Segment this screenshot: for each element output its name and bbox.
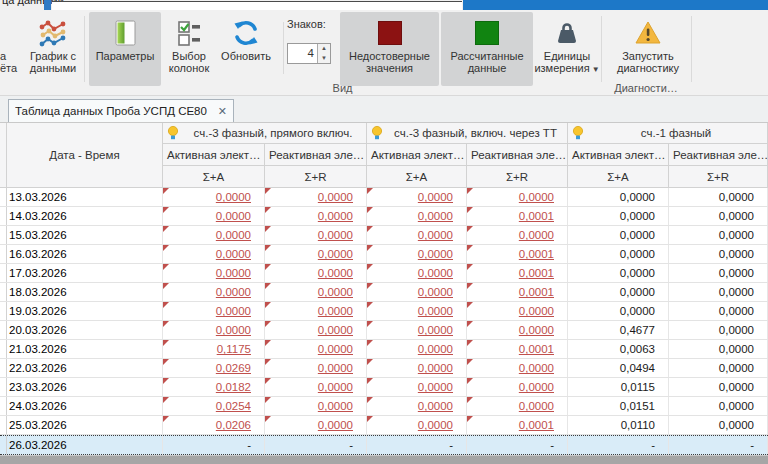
refresh-button[interactable]: Обновить: [217, 12, 275, 86]
subheader-active-1[interactable]: Активная элект…: [163, 144, 265, 166]
value-link[interactable]: 0,0000: [265, 207, 367, 225]
value-link[interactable]: 0,0000: [367, 283, 467, 301]
value-link[interactable]: 0,0001: [467, 416, 568, 434]
value-link[interactable]: 0,0000: [265, 416, 367, 434]
register-header[interactable]: Σ+A: [367, 166, 467, 188]
table-row[interactable]: 14.03.20260,00000,00000,00000,00010,0000…: [0, 207, 768, 226]
value-link[interactable]: 0,0000: [265, 283, 367, 301]
run-diagnostics-button[interactable]: Запустить диагностику: [607, 12, 689, 86]
value-link[interactable]: 0,0254: [163, 397, 265, 415]
table-row[interactable]: 19.03.20260,00000,00000,00000,00000,0000…: [0, 302, 768, 321]
spin-down-icon[interactable]: ▼: [318, 54, 330, 64]
table-row[interactable]: 15.03.20260,00000,00000,00000,00000,0000…: [0, 226, 768, 245]
value-link[interactable]: 0,0000: [163, 207, 265, 225]
value-link[interactable]: 0,0000: [367, 416, 467, 434]
value-link[interactable]: 0,0000: [467, 302, 568, 320]
table-row[interactable]: 16.03.20260,00000,00000,00000,00010,0000…: [0, 245, 768, 264]
value-link[interactable]: 0,0000: [265, 321, 367, 339]
value-link[interactable]: 0,0000: [265, 245, 367, 263]
register-header[interactable]: Σ+R: [265, 166, 367, 188]
subheader-reactive-1[interactable]: Реактивная эле…: [265, 144, 367, 166]
value-link[interactable]: 0,0000: [467, 378, 568, 396]
register-header[interactable]: Σ+A: [163, 166, 265, 188]
value-link[interactable]: 0,0000: [367, 321, 467, 339]
spin-up-icon[interactable]: ▲: [318, 44, 330, 54]
value-link[interactable]: 0,0001: [467, 283, 568, 301]
table-row[interactable]: 21.03.20260,11750,00000,00000,00010,0063…: [0, 340, 768, 359]
subheader-active-2[interactable]: Активная элект…: [367, 144, 467, 166]
value-link[interactable]: 0,0000: [467, 188, 568, 206]
value-link[interactable]: 0,0182: [163, 378, 265, 396]
value-link[interactable]: 0,0000: [367, 188, 467, 206]
value-link[interactable]: 0,0000: [467, 321, 568, 339]
subheader-reactive-3[interactable]: Реактивная эле…: [669, 144, 768, 166]
meter-group-header-2[interactable]: сч.-3 фазный, включ. через ТТ: [367, 123, 568, 144]
value-link[interactable]: 0,0000: [367, 359, 467, 377]
value-link[interactable]: 0,0001: [467, 264, 568, 282]
table-row[interactable]: 23.03.20260,01820,00000,00000,00000,0115…: [0, 378, 768, 397]
value-link[interactable]: 0,0000: [367, 245, 467, 263]
value-link[interactable]: 0,0206: [163, 416, 265, 434]
value-link[interactable]: 0,0000: [265, 302, 367, 320]
digits-spinner[interactable]: 4 ▲ ▼: [287, 43, 331, 64]
value-link[interactable]: 0,0000: [265, 226, 367, 244]
value-link[interactable]: 0,0000: [367, 340, 467, 358]
value-link[interactable]: 0,0000: [467, 226, 568, 244]
meter-group-header-3[interactable]: сч.-1 фазный: [568, 123, 768, 144]
value-link[interactable]: 0,0000: [163, 188, 265, 206]
chart-with-data-button[interactable]: График с данными: [24, 12, 82, 86]
unreliable-values-button[interactable]: Недостоверные значения: [340, 12, 439, 86]
choose-columns-button[interactable]: Выбор колонок: [164, 12, 214, 86]
value-link[interactable]: 0,0000: [265, 188, 367, 206]
value-link[interactable]: 0,0000: [265, 397, 367, 415]
table-row[interactable]: 24.03.20260,02540,00000,00000,00000,0151…: [0, 397, 768, 416]
parameters-button[interactable]: Параметры: [89, 12, 161, 86]
value-link[interactable]: 0,0000: [163, 321, 265, 339]
value-link[interactable]: 0,0000: [467, 359, 568, 377]
table-row[interactable]: 25.03.20260,02060,00000,00000,00010,0110…: [0, 416, 768, 435]
units-of-measure-button[interactable]: Единицы измерения▼: [536, 12, 598, 86]
value-link[interactable]: 0,0000: [163, 302, 265, 320]
value-link[interactable]: 0,0000: [163, 283, 265, 301]
value-link[interactable]: 0,0001: [467, 245, 568, 263]
value-link[interactable]: 0,0000: [367, 226, 467, 244]
value-link[interactable]: 0,0001: [467, 207, 568, 225]
cropped-left-button[interactable]: а ёта: [0, 12, 20, 86]
row-indicator-cell: [0, 283, 7, 301]
value-link[interactable]: 0,1175: [163, 340, 265, 358]
value-link[interactable]: 0,0001: [467, 340, 568, 358]
table-row[interactable]: 20.03.20260,00000,00000,00000,00000,4677…: [0, 321, 768, 340]
value-link[interactable]: 0,0000: [367, 397, 467, 415]
meter-group-header-1[interactable]: сч.-3 фазный, прямого включ.: [163, 123, 367, 144]
register-header[interactable]: Σ+R: [467, 166, 568, 188]
value-link[interactable]: 0,0000: [367, 378, 467, 396]
table-row-selected[interactable]: 26.03.2026------: [0, 435, 768, 455]
value-link[interactable]: 0,0000: [467, 397, 568, 415]
digits-value[interactable]: 4: [288, 44, 317, 63]
value-link[interactable]: 0,0000: [265, 264, 367, 282]
date-column-header[interactable]: Дата - Время: [7, 123, 163, 188]
register-header[interactable]: Σ+A: [568, 166, 669, 188]
table-row[interactable]: 18.03.20260,00000,00000,00000,00010,0000…: [0, 283, 768, 302]
value-link[interactable]: 0,0000: [367, 207, 467, 225]
value-link[interactable]: 0,0000: [163, 264, 265, 282]
subheader-reactive-2[interactable]: Реактивная эле…: [467, 144, 568, 166]
tab-data-table[interactable]: Таблица данных Проба УСПД СЕ805 ✕: [8, 99, 234, 122]
value-link[interactable]: 0,0000: [367, 264, 467, 282]
table-row[interactable]: 17.03.20260,00000,00000,00000,00010,0000…: [0, 264, 768, 283]
table-row[interactable]: 22.03.20260,02690,00000,00000,00000,0494…: [0, 359, 768, 378]
value-link[interactable]: 0,0000: [265, 378, 367, 396]
calculated-data-button[interactable]: Рассчитанные данные: [441, 12, 533, 86]
subheader-active-3[interactable]: Активная элект…: [568, 144, 669, 166]
date-cell: 24.03.2026: [7, 397, 163, 415]
close-icon[interactable]: ✕: [212, 105, 227, 118]
table-row[interactable]: 13.03.20260,00000,00000,00000,00000,0000…: [0, 188, 768, 207]
value-link[interactable]: 0,0000: [265, 359, 367, 377]
value-link[interactable]: 0,0269: [163, 359, 265, 377]
value-link[interactable]: 0,0000: [265, 340, 367, 358]
value-link[interactable]: 0,0000: [367, 302, 467, 320]
register-header[interactable]: Σ+R: [669, 166, 768, 188]
value-link[interactable]: 0,0000: [163, 245, 265, 263]
cropped-input-field[interactable]: [52, 1, 462, 10]
value-link[interactable]: 0,0000: [163, 226, 265, 244]
